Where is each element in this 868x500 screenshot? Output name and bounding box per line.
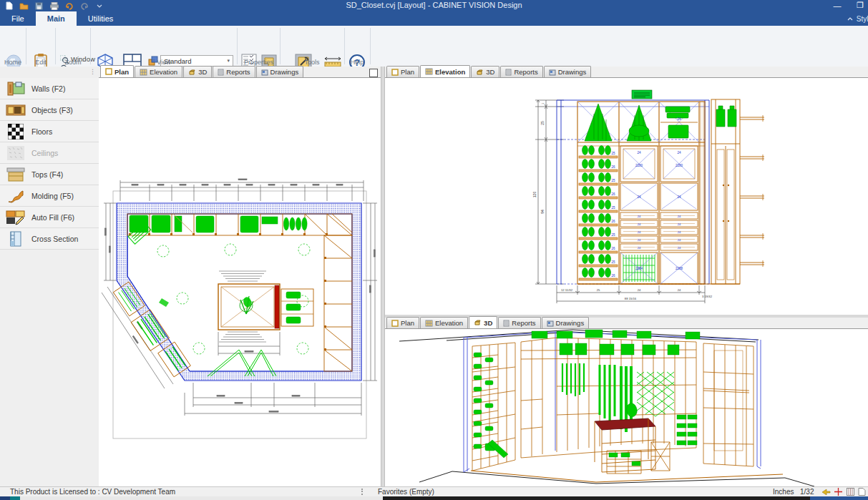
- plan-island: [218, 271, 313, 356]
- crosshair-tool-icon[interactable]: [834, 488, 842, 496]
- elevation-viewport-tab-reports[interactable]: Reports: [500, 66, 542, 77]
- ribbon-tab-main[interactable]: Main: [36, 11, 77, 26]
- svg-text:25: 25: [611, 260, 615, 264]
- svg-text:24: 24: [678, 215, 681, 218]
- tool-palette-sidebar: ⋮ Walls (F2) Objects (F3) Floors Ceiling…: [0, 67, 99, 487]
- svg-text:24: 24: [677, 195, 681, 199]
- plan-viewport-tab-3d[interactable]: 3D: [183, 66, 212, 77]
- svg-text:25: 25: [611, 233, 615, 237]
- minimize-button[interactable]: —: [831, 0, 844, 11]
- elevation-dim-text-bottom: 12 11/32 25 24 24 3 19/32 88 15/16: [561, 288, 713, 300]
- auto-fill-icon: [6, 210, 26, 225]
- three-d-viewport-tab-3d[interactable]: 3D: [469, 316, 497, 328]
- plan-right-cabinets: [324, 235, 352, 371]
- svg-text:24: 24: [678, 230, 681, 234]
- svg-text:3 19/32: 3 19/32: [702, 295, 713, 298]
- units-indicator[interactable]: Inches: [773, 488, 794, 496]
- elevation-bay-b: 24 2280 24 24 24 24 24 24: [620, 146, 658, 284]
- elevation-viewport-tab-3d[interactable]: 3D: [471, 66, 499, 77]
- svg-text:26: 26: [611, 192, 615, 196]
- group-label-edit: Edit: [26, 59, 55, 66]
- elevation-viewport-tab-plan[interactable]: Plan: [386, 66, 419, 77]
- drawings-icon: [547, 320, 554, 327]
- group-label-zoom: Zoom: [56, 59, 90, 66]
- svg-text:24: 24: [638, 238, 641, 242]
- plan-viewport-tab-elevation[interactable]: Elevation: [135, 66, 182, 77]
- svg-text:24: 24: [638, 222, 641, 226]
- page-tool-icon[interactable]: [858, 488, 866, 496]
- svg-text:12 11/32: 12 11/32: [561, 288, 573, 292]
- license-text: This Product is Licensed to : CV Develop…: [10, 488, 175, 496]
- plan-canvas[interactable]: [99, 78, 381, 487]
- sidebar-grip[interactable]: ⋮: [89, 68, 96, 75]
- sidebar-item-molding[interactable]: Molding (F5): [0, 185, 99, 207]
- style-button[interactable]: Style: [857, 15, 868, 23]
- three-d-viewport-tab-elevation[interactable]: Elevation: [420, 317, 468, 328]
- sidebar-item-floors[interactable]: Floors: [0, 121, 99, 142]
- floors-icon: [6, 124, 26, 139]
- svg-text:24: 24: [638, 215, 641, 218]
- three-d-icon: [474, 319, 482, 326]
- svg-text:88 15/16: 88 15/16: [625, 297, 637, 300]
- sidebar-item-ceilings[interactable]: Ceilings: [0, 142, 99, 164]
- application-window: SD_Closet.cvj [Layout] - CABINET VISION …: [0, 0, 868, 500]
- elevation-shoe-bay: 25 26 25 26 25 26 25 26 25 26: [579, 146, 618, 281]
- svg-text:26: 26: [611, 274, 615, 278]
- three-d-canvas[interactable]: [385, 329, 868, 487]
- grid-tool-icon[interactable]: [847, 488, 854, 496]
- three-d-icon: [188, 69, 196, 76]
- elevation-label-box: [632, 90, 652, 99]
- three-d-viewport-tab-drawings[interactable]: Drawings: [542, 317, 590, 328]
- window-title: SD_Closet.cvj [Layout] - CABINET VISION …: [0, 1, 868, 9]
- elevation-dimensions-bottom: [557, 285, 705, 303]
- plan-viewport-tab-drawings[interactable]: Drawings: [256, 66, 304, 77]
- elevation-viewport-tab-elevation[interactable]: Elevation: [420, 65, 470, 77]
- favorites-text[interactable]: Favorites (Empty): [378, 488, 434, 496]
- elevation-canvas[interactable]: 120 1 25 94: [385, 78, 868, 315]
- objects-icon: [6, 102, 26, 118]
- group-label-properties: Properties: [238, 59, 280, 66]
- svg-text:25: 25: [597, 288, 600, 292]
- ribbon-tab-file[interactable]: File: [0, 11, 36, 26]
- pan-tool-icon[interactable]: [821, 489, 831, 495]
- plan-viewport-tabs: Plan Elevation 3D Reports Drawings: [99, 67, 381, 78]
- elevation-viewport-tab-drawings[interactable]: Drawings: [544, 66, 592, 77]
- svg-text:25: 25: [611, 206, 615, 210]
- tops-icon: [6, 167, 26, 182]
- svg-text:24: 24: [678, 246, 681, 250]
- sidebar-item-walls[interactable]: Walls (F2): [0, 78, 99, 99]
- sidebar-item-cross-section[interactable]: Cross Section: [0, 228, 99, 250]
- svg-text:24: 24: [677, 117, 681, 121]
- elevation-viewport-tabs: Plan Elevation 3D Reports Drawings: [385, 67, 868, 78]
- walls-icon: [6, 81, 26, 97]
- collapse-ribbon-icon[interactable]: [847, 16, 853, 21]
- ribbon-tab-utilities[interactable]: Utilities: [77, 11, 125, 26]
- svg-text:2280: 2280: [635, 164, 643, 167]
- molding-icon: [6, 188, 26, 204]
- three-d-canvas-area: [385, 329, 868, 487]
- svg-text:1: 1: [541, 102, 545, 104]
- elevation-bay-c: 24 2280 24 24 24 24 24 24 2288: [660, 146, 698, 284]
- plan-icon: [391, 69, 399, 76]
- reports-icon: [218, 69, 224, 76]
- plan-viewport-tab-reports[interactable]: Reports: [213, 66, 255, 77]
- three-d-viewport-tab-reports[interactable]: Reports: [498, 317, 540, 328]
- svg-text:24: 24: [677, 151, 681, 155]
- elevation-viewport: Plan Elevation 3D Reports Drawings: [385, 67, 868, 315]
- sidebar-item-objects[interactable]: Objects (F3): [0, 99, 99, 121]
- svg-text:24: 24: [638, 288, 641, 292]
- sidebar-item-auto-fill[interactable]: Auto Fill (F6): [0, 207, 99, 228]
- group-label-home: Home: [0, 59, 26, 66]
- cross-section-icon: [6, 231, 26, 247]
- maximize-viewport-button[interactable]: [369, 69, 378, 77]
- svg-text:24: 24: [638, 246, 641, 250]
- taskbar-strip: [0, 496, 868, 500]
- sidebar-item-tops[interactable]: Tops (F4): [0, 164, 99, 185]
- group-label-tools: Tools: [281, 59, 343, 66]
- restore-button[interactable]: ❐: [854, 0, 867, 11]
- svg-text:24: 24: [678, 288, 681, 292]
- three-d-viewport-tab-plan[interactable]: Plan: [386, 317, 419, 328]
- svg-text:24: 24: [678, 222, 681, 226]
- scale-indicator[interactable]: 1/32: [800, 488, 814, 496]
- plan-viewport-tab-plan[interactable]: Plan: [100, 65, 134, 77]
